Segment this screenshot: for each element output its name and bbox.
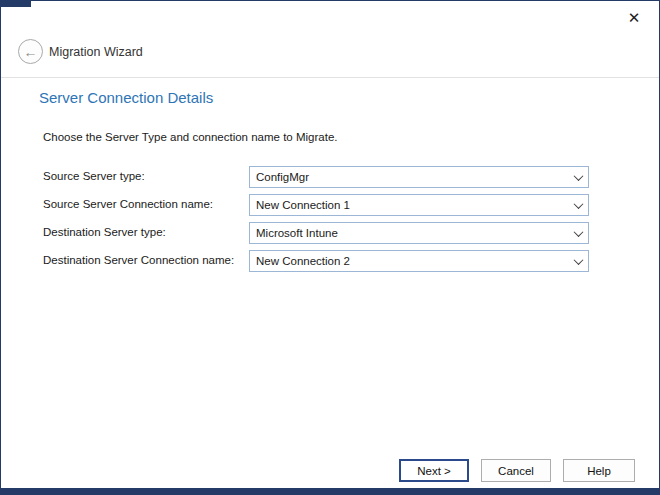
field-row-destination-server-type: Destination Server type: Microsoft Intun…	[1, 222, 659, 244]
source-connection-name-select[interactable]: New Connection 1	[249, 194, 589, 216]
field-label: Destination Server type:	[43, 226, 166, 238]
cancel-button[interactable]: Cancel	[481, 459, 551, 482]
source-server-type-select[interactable]: ConfigMgr	[249, 166, 589, 188]
dropdown-button[interactable]	[568, 195, 588, 215]
close-button[interactable]: ✕	[623, 7, 645, 29]
dropdown-button[interactable]	[568, 167, 588, 187]
wizard-header: ← Migration Wizard	[1, 31, 659, 78]
chevron-down-icon	[573, 171, 583, 181]
destination-server-type-select[interactable]: Microsoft Intune	[249, 222, 589, 244]
chevron-down-icon	[573, 255, 583, 265]
instruction-text: Choose the Server Type and connection na…	[43, 131, 338, 143]
dropdown-button[interactable]	[568, 251, 588, 271]
next-button[interactable]: Next >	[399, 459, 469, 482]
destination-connection-name-select[interactable]: New Connection 2	[249, 250, 589, 272]
close-icon: ✕	[628, 9, 641, 27]
field-row-source-server-type: Source Server type: ConfigMgr	[1, 166, 659, 188]
wizard-title: Migration Wizard	[49, 45, 143, 59]
help-button[interactable]: Help	[563, 459, 635, 482]
field-label: Source Server type:	[43, 170, 145, 182]
migration-wizard-window: ✕ ← Migration Wizard Server Connection D…	[0, 0, 660, 495]
chevron-down-icon	[573, 227, 583, 237]
field-row-source-connection-name: Source Server Connection name: New Conne…	[1, 194, 659, 216]
field-label: Destination Server Connection name:	[43, 254, 234, 266]
page-title: Server Connection Details	[39, 89, 213, 106]
field-row-destination-connection-name: Destination Server Connection name: New …	[1, 250, 659, 272]
combobox-value: Microsoft Intune	[250, 227, 568, 239]
titlebar-fragment	[1, 1, 31, 7]
combobox-value: New Connection 2	[250, 255, 568, 267]
chevron-down-icon	[573, 199, 583, 209]
back-button[interactable]: ←	[18, 39, 43, 64]
dropdown-button[interactable]	[568, 223, 588, 243]
combobox-value: New Connection 1	[250, 199, 568, 211]
window-bottom-edge	[1, 488, 659, 494]
combobox-value: ConfigMgr	[250, 171, 568, 183]
back-arrow-icon: ←	[24, 44, 38, 60]
field-label: Source Server Connection name:	[43, 198, 213, 210]
